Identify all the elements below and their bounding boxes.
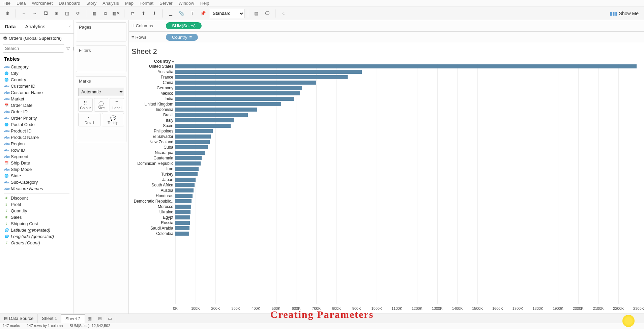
fit-menu[interactable]: Standard (209, 9, 244, 18)
field-segment[interactable]: AbcSegment (0, 153, 74, 160)
field-product-name[interactable]: AbcProduct Name (0, 134, 74, 141)
sort-desc-icon[interactable]: ⬇ (149, 9, 159, 18)
field-sales[interactable]: #Sales (0, 214, 74, 220)
bar-row[interactable]: Australia (131, 69, 639, 74)
field-order-date[interactable]: 📅Order Date (0, 102, 74, 109)
new-dashboard-icon[interactable]: ⊞ (95, 314, 105, 320)
refresh-icon[interactable]: ⟳ (73, 9, 83, 18)
highlight-icon[interactable]: ▁ (166, 9, 175, 18)
bar-row[interactable]: South Africa (131, 182, 639, 188)
bar-row[interactable]: Saudi Arabia (131, 226, 639, 231)
bar-row[interactable]: Honduras (131, 193, 639, 199)
bar-row[interactable]: Spain (131, 123, 639, 128)
menu-data[interactable]: Data (17, 1, 26, 6)
field-product-id[interactable]: AbcProduct ID (0, 128, 74, 134)
bar-row[interactable]: Colombia (131, 231, 639, 236)
bar-row[interactable]: India (131, 96, 639, 101)
new-sheet-icon[interactable]: ▦ (90, 9, 99, 18)
bar-row[interactable]: Austria (131, 188, 639, 193)
pause-data-icon[interactable]: ◫ (62, 9, 72, 18)
sheet-title[interactable]: Sheet 2 (131, 46, 639, 59)
field-orders-count-[interactable]: #Orders (Count) (0, 240, 74, 246)
label-icon[interactable]: T (187, 9, 197, 18)
marks-type-dropdown[interactable]: Automatic (78, 88, 124, 96)
field-order-priority[interactable]: AbcOrder Priority (0, 115, 74, 121)
mark-size[interactable]: ◯Size (94, 98, 109, 112)
mark-tooltip[interactable]: 💬Tooltip (102, 113, 124, 126)
bar-row[interactable]: Iran (131, 166, 639, 172)
field-sub-category[interactable]: AbcSub-Category (0, 179, 74, 185)
bar-row[interactable]: United Kingdom (131, 101, 639, 107)
field-customer-id[interactable]: AbcCustomer ID (0, 83, 74, 89)
filter-icon[interactable]: ▽ (65, 46, 71, 51)
bar-row[interactable]: Ukraine (131, 209, 639, 215)
pin-icon[interactable]: 📌 (198, 9, 208, 18)
bar-row[interactable]: Egypt (131, 215, 639, 220)
columns-pill[interactable]: SUM(Sales) (166, 22, 202, 29)
collapse-pane-icon[interactable]: ‹ (67, 20, 74, 33)
bar-row[interactable]: Turkey (131, 172, 639, 177)
sort-asc-icon[interactable]: ⬆ (139, 9, 148, 18)
datasource-tab[interactable]: ⊞ Data Source (0, 314, 38, 320)
presentation-icon[interactable]: 🖵 (262, 9, 272, 18)
field-country[interactable]: 🌐Country (0, 77, 74, 83)
menu-dashboard[interactable]: Dashboard (59, 1, 80, 6)
show-cards-icon[interactable]: ▤ (252, 9, 261, 18)
sheet2-tab[interactable]: Sheet 2 (61, 314, 85, 320)
save-icon[interactable]: 🖫 (41, 9, 50, 18)
bar-row[interactable]: United States (131, 64, 639, 69)
menu-story[interactable]: Story (86, 1, 96, 6)
field-profit[interactable]: #Profit (0, 201, 74, 208)
bar-row[interactable]: El Salvador (131, 134, 639, 139)
bar-row[interactable]: New Zealand (131, 139, 639, 145)
field-ship-date[interactable]: 📅Ship Date (0, 160, 74, 166)
sheet1-tab[interactable]: Sheet 1 (38, 314, 61, 320)
search-input[interactable] (3, 44, 64, 53)
tab-analytics[interactable]: Analytics (21, 20, 50, 33)
field-discount[interactable]: #Discount (0, 195, 74, 201)
bar-row[interactable]: Philippines (131, 128, 639, 134)
field-longitude-generated-[interactable]: 🌐Longitude (generated) (0, 233, 74, 240)
bar-row[interactable]: France (131, 74, 639, 80)
mark-detail[interactable]: ⠂Detail (78, 113, 100, 126)
field-latitude-generated-[interactable]: 🌐Latitude (generated) (0, 227, 74, 233)
field-row-id[interactable]: AbcRow ID (0, 147, 74, 153)
bar-row[interactable]: China (131, 80, 639, 85)
forward-icon[interactable]: → (30, 9, 39, 18)
menu-format[interactable]: Format (140, 1, 153, 6)
duplicate-icon[interactable]: ⧉ (100, 9, 110, 18)
new-worksheet-icon[interactable]: ▦ (85, 314, 95, 320)
menu-server[interactable]: Server (159, 1, 172, 6)
chart-bars[interactable]: United StatesAustraliaFranceChinaGermany… (131, 64, 639, 304)
rows-pill[interactable]: Country≡ (166, 34, 198, 41)
bar-row[interactable]: Germany (131, 85, 639, 91)
bar-row[interactable]: Morocco (131, 204, 639, 209)
menu-map[interactable]: Map (125, 1, 134, 6)
bar-row[interactable]: Dominican Republic (131, 161, 639, 166)
bar-row[interactable]: Cuba (131, 145, 639, 150)
field-city[interactable]: 🌐City (0, 70, 74, 77)
menu-worksheet[interactable]: Worksheet (32, 1, 53, 6)
mark-colour[interactable]: ⠿Colour (78, 98, 93, 112)
bar-row[interactable]: Russia (131, 220, 639, 226)
back-icon[interactable]: ← (19, 9, 29, 18)
tab-data[interactable]: Data (0, 20, 21, 33)
menu-file[interactable]: File (3, 1, 10, 6)
bar-row[interactable]: Democratic Republic.. (131, 199, 639, 204)
field-measure-names[interactable]: AbcMeasure Names (0, 185, 74, 192)
filters-card[interactable]: Filters (76, 46, 126, 72)
new-datasource-icon[interactable]: ⊕ (52, 9, 61, 18)
field-market[interactable]: AbcMarket (0, 96, 74, 102)
menu-window[interactable]: Window (178, 1, 194, 6)
share-icon[interactable]: ∝ (279, 9, 288, 18)
field-shipping-cost[interactable]: #Shipping Cost (0, 220, 74, 227)
menu-analysis[interactable]: Analysis (103, 1, 119, 6)
bar-row[interactable]: Brazil (131, 112, 639, 118)
field-customer-name[interactable]: AbcCustomer Name (0, 89, 74, 96)
logo-icon[interactable]: ❋ (3, 9, 12, 18)
new-story-icon[interactable]: ▭ (105, 314, 115, 320)
menu-help[interactable]: Help (200, 1, 209, 6)
field-category[interactable]: AbcCategory (0, 64, 74, 70)
bar-row[interactable]: Guatemala (131, 155, 639, 161)
columns-shelf[interactable]: iii Columns SUM(Sales) (129, 20, 644, 32)
